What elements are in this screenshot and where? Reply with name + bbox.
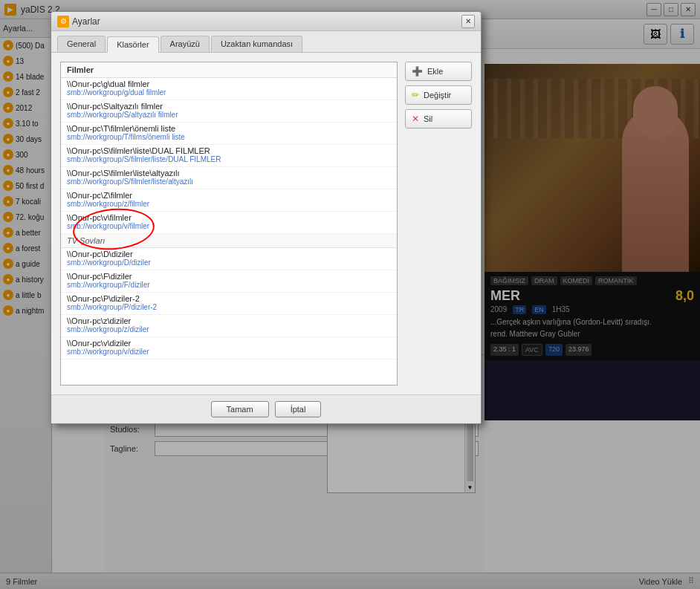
- dialog-close-button[interactable]: ✕: [461, 15, 475, 28]
- list-item[interactable]: \\Onur-pc\P\diziler-2smb://workgroup/P/d…: [61, 293, 397, 315]
- list-item[interactable]: \\Onur-pc\D\dizilersmb://workgroup/D/diz…: [61, 248, 397, 270]
- dialog-footer: Tamam İptal: [51, 394, 481, 423]
- tab-uzaktan[interactable]: Uzaktan kumandası: [211, 36, 302, 52]
- list-item[interactable]: \\Onur-pc\T\filmler\önemli listesmb://wo…: [61, 123, 397, 145]
- dialog-content: Filmler \\Onur-pc\g\dual filmlersmb://wo…: [51, 53, 481, 394]
- folder-list-panel: Filmler \\Onur-pc\g\dual filmlersmb://wo…: [60, 62, 398, 385]
- iptal-button[interactable]: İptal: [275, 401, 322, 417]
- list-item[interactable]: \\Onur-pc\F\dizilersmb://workgroup/F/diz…: [61, 270, 397, 293]
- list-item[interactable]: \\Onur-pc\S\filmler\liste\altyazılısmb:/…: [61, 167, 397, 189]
- tab-general[interactable]: General: [57, 36, 106, 52]
- tab-klasorler[interactable]: Klasörler: [107, 36, 158, 53]
- filmler-header: Filmler: [61, 62, 397, 78]
- delete-icon: ✕: [412, 114, 419, 124]
- list-item[interactable]: \\Onur-pc\S\altyazılı filmlersmb://workg…: [61, 100, 397, 123]
- dialog-app-icon: ⚙: [57, 16, 69, 27]
- list-item[interactable]: \\Onur-pc\v\dizilersmb://workgroup/v/diz…: [61, 337, 397, 359]
- sil-button[interactable]: ✕ Sil: [405, 109, 472, 128]
- dialog-titlebar: ⚙ Ayarlar ✕: [51, 12, 481, 31]
- settings-dialog: ⚙ Ayarlar ✕ General Klasörler Arayüzü Uz…: [51, 11, 482, 424]
- tab-arayuzu[interactable]: Arayüzü: [161, 36, 210, 52]
- list-item[interactable]: \\Onur-pc\g\dual filmlersmb://workgroup/…: [61, 78, 397, 100]
- add-icon: ➕: [412, 66, 423, 77]
- list-item[interactable]: \\Onur-pc\S\filmler\liste\DUAL FILMLERsm…: [61, 145, 397, 167]
- edit-icon: ✏: [412, 90, 419, 100]
- tamam-button[interactable]: Tamam: [211, 401, 269, 417]
- tv-shows-header: TV Şovları: [61, 234, 397, 248]
- dialog-tabs: General Klasörler Arayüzü Uzaktan kumand…: [51, 31, 481, 53]
- dialog-title: Ayarlar: [72, 16, 461, 27]
- list-item[interactable]: \\Onur-pc\v\filmlersmb://workgroup/v/fil…: [61, 212, 397, 234]
- ekle-button[interactable]: ➕ Ekle: [405, 62, 472, 81]
- list-item[interactable]: \\Onur-pc\z\dizilersmb://workgroup/z/diz…: [61, 315, 397, 337]
- action-buttons-panel: ➕ Ekle ✏ Değiştir ✕ Sil: [405, 62, 472, 385]
- degistir-button[interactable]: ✏ Değiştir: [405, 85, 472, 105]
- folder-list-scroll[interactable]: \\Onur-pc\g\dual filmlersmb://workgroup/…: [61, 78, 397, 368]
- list-item[interactable]: \\Onur-pc\Z\filmlersmb://workgroup/z/fil…: [61, 189, 397, 212]
